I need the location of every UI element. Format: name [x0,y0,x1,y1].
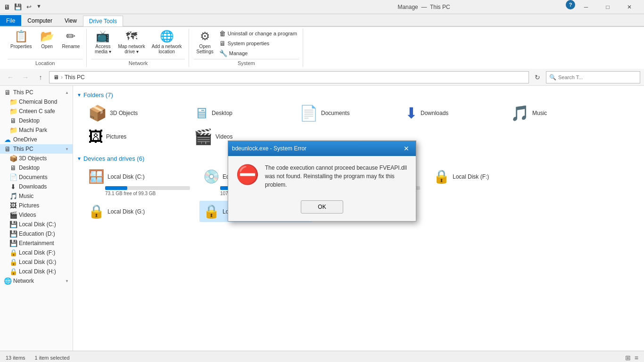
dialog-title: bdeunlock.exe - System Error [232,145,401,152]
dialog-message: The code execution cannot proceed becaus… [265,164,408,189]
dialog-body: ⛔ The code execution cannot proceed beca… [228,156,416,197]
error-dialog: bdeunlock.exe - System Error ✕ ⛔ The cod… [228,140,416,222]
dialog-overlay: bdeunlock.exe - System Error ✕ ⛔ The cod… [0,0,644,362]
dialog-title-bar: bdeunlock.exe - System Error ✕ [228,141,416,156]
dialog-footer: OK [228,197,416,221]
dialog-ok-button[interactable]: OK [301,200,343,214]
error-icon: ⛔ [236,164,259,186]
dialog-close-button[interactable]: ✕ [401,143,412,154]
